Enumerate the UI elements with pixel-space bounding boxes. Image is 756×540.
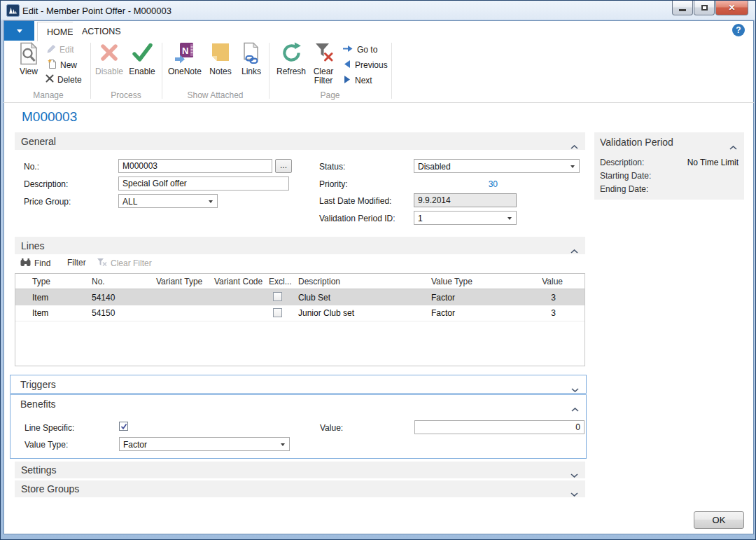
line-specific-checkbox[interactable] [119, 422, 128, 431]
value-label: Value: [320, 423, 343, 433]
no-input[interactable] [118, 159, 272, 173]
ok-button[interactable]: OK [694, 511, 744, 529]
settings-section-header[interactable]: Settings [15, 462, 585, 478]
go-to-arrow-icon [343, 44, 354, 55]
enable-button[interactable]: Enable [126, 42, 158, 76]
table-row[interactable]: Item 54140 Club Set Factor 3 [15, 289, 584, 305]
find-button[interactable]: Find [20, 258, 50, 269]
description-input[interactable] [118, 176, 289, 191]
next-triangle-icon [343, 75, 351, 86]
links-button[interactable]: Links [237, 42, 265, 76]
validation-period-id-dropdown[interactable]: 1 [414, 211, 517, 225]
col-variant-code[interactable]: Variant Code [210, 277, 265, 286]
factbox-ending-date-label: Ending Date: [600, 184, 648, 194]
new-document-icon [47, 59, 57, 71]
status-label: Status: [319, 162, 345, 172]
next-button[interactable]: Next [343, 75, 372, 86]
assist-edit-button[interactable]: ... [275, 159, 292, 173]
clear-filter-button[interactable]: Clear Filter [309, 42, 338, 85]
col-excl[interactable]: Excl... [265, 277, 294, 286]
delete-x-icon [46, 74, 54, 85]
group-label-show-attached: Show Attached [162, 90, 269, 100]
status-dropdown[interactable]: Disabled [414, 159, 580, 173]
chevron-up-icon[interactable] [570, 244, 578, 256]
chevron-up-icon[interactable] [571, 402, 579, 415]
close-button[interactable]: ✕ [715, 1, 748, 15]
priority-value[interactable]: 30 [414, 179, 498, 189]
clear-filter-toolbar-button[interactable]: Clear Filter [97, 258, 152, 269]
dropdown-arrow-icon [507, 217, 512, 222]
col-variant-type[interactable]: Variant Type [152, 277, 210, 286]
priority-label: Priority: [319, 179, 348, 189]
onenote-button[interactable]: N OneNote [166, 42, 204, 76]
view-button[interactable]: View [13, 42, 44, 76]
factbox-header: Validation Period [600, 137, 673, 148]
table-row[interactable]: Item 54150 Junior Club set Factor 3 [15, 305, 584, 321]
col-value[interactable]: Value [514, 277, 567, 286]
excl-checkbox[interactable] [273, 308, 282, 317]
dropdown-arrow-icon [209, 200, 213, 205]
lines-table: Type No. Variant Type Variant Code Excl.… [15, 273, 585, 366]
tab-actions[interactable]: ACTIONS [73, 22, 130, 41]
chevron-down-icon[interactable] [570, 487, 578, 499]
ribbon-separator [391, 43, 392, 99]
minimize-button[interactable] [672, 1, 693, 15]
value-type-dropdown[interactable]: Factor [119, 437, 290, 451]
price-group-label: Price Group: [24, 197, 71, 207]
chevron-down-icon[interactable] [571, 382, 579, 395]
triggers-section-header[interactable]: Triggers [10, 375, 587, 394]
question-icon: ? [736, 25, 741, 35]
price-group-dropdown[interactable]: ALL [118, 194, 218, 208]
help-button[interactable]: ? [732, 24, 745, 36]
restore-button[interactable] [694, 1, 715, 15]
line-specific-label: Line Specific: [24, 423, 74, 433]
clear-filter-small-icon [97, 258, 107, 269]
chevron-down-icon[interactable] [570, 468, 578, 480]
previous-button[interactable]: Previous [343, 60, 388, 71]
window-title: Edit - Member Point Offer - M000003 [22, 6, 172, 16]
no-label: No.: [24, 162, 39, 172]
group-label-page: Page [269, 90, 391, 100]
last-date-modified-input [414, 193, 517, 207]
window: Edit - Member Point Offer - M000003 ✕ HO… [0, 0, 756, 540]
view-icon [13, 42, 44, 67]
new-button[interactable]: New [47, 59, 77, 71]
svg-text:N: N [182, 46, 188, 56]
value-type-label: Value Type: [24, 440, 68, 450]
refresh-button[interactable]: Refresh [274, 42, 308, 76]
edit-pencil-icon [47, 44, 56, 55]
store-groups-section-header[interactable]: Store Groups [15, 480, 585, 497]
benefits-section: Benefits Line Specific: Value Type: Fact… [10, 394, 587, 459]
value-input[interactable] [414, 420, 584, 434]
chevron-up-icon[interactable] [729, 140, 737, 153]
notes-button[interactable]: Notes [206, 42, 235, 76]
chevron-up-icon[interactable] [570, 139, 578, 152]
factbox-description-value[interactable]: No Time Limit [687, 158, 738, 167]
application-menu-button[interactable] [4, 21, 34, 41]
chevron-down-icon [17, 29, 22, 36]
col-no[interactable]: No. [88, 277, 152, 286]
general-section-header[interactable]: General [15, 132, 585, 150]
clear-filter-icon [309, 42, 338, 67]
filter-button[interactable]: Filter [67, 258, 86, 268]
col-value-type[interactable]: Value Type [427, 277, 514, 286]
go-to-button[interactable]: Go to [343, 44, 377, 55]
lines-section-header[interactable]: Lines [15, 237, 585, 254]
edit-button[interactable]: Edit [47, 44, 74, 55]
excl-checkbox[interactable] [273, 292, 282, 301]
delete-button[interactable]: Delete [46, 74, 82, 85]
last-date-modified-label: Last Date Modified: [319, 196, 391, 206]
benefits-section-header[interactable]: Benefits [20, 399, 56, 410]
group-label-process: Process [90, 90, 162, 100]
disable-button[interactable]: Disable [93, 42, 125, 76]
dropdown-arrow-icon [570, 165, 575, 170]
validation-period-factbox: Validation Period Description: No Time L… [594, 132, 744, 200]
description-label: Description: [24, 179, 68, 189]
col-description[interactable]: Description [294, 277, 427, 286]
disable-x-icon [93, 42, 125, 67]
onenote-icon: N [166, 42, 204, 67]
col-type[interactable]: Type [28, 277, 88, 286]
validation-period-id-label: Validation Period ID: [319, 214, 396, 223]
close-icon: ✕ [728, 3, 735, 13]
group-label-manage: Manage [13, 90, 83, 100]
